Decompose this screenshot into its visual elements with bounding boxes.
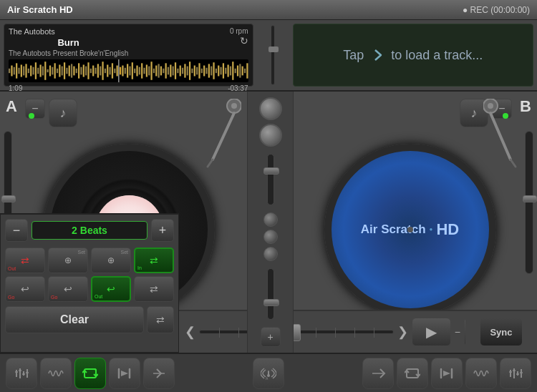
svg-rect-57 — [143, 68, 145, 74]
deck-a-led — [29, 113, 34, 119]
svg-rect-5 — [21, 64, 22, 77]
cf-left-arrow[interactable]: ❮ — [185, 324, 195, 340]
svg-rect-20 — [57, 69, 58, 73]
svg-rect-50 — [127, 64, 128, 77]
crossfader-track[interactable] — [199, 330, 394, 334]
svg-rect-88 — [218, 66, 219, 77]
turntable-b[interactable]: Air Scratch ● HD — [324, 144, 496, 315]
svg-point-110 — [488, 103, 493, 109]
svg-rect-43 — [112, 63, 113, 78]
svg-rect-86 — [213, 62, 214, 79]
cue-btn-left[interactable]: Set — [109, 358, 140, 389]
track-album: The Autobots Present Broke'n'English — [9, 49, 128, 57]
svg-rect-3 — [16, 63, 17, 78]
transition-btn[interactable] — [362, 358, 394, 389]
go-btn-2[interactable]: ↩ Go — [48, 276, 88, 302]
loop-end-btn[interactable]: ⇄ — [147, 306, 174, 333]
svg-rect-19 — [54, 63, 56, 78]
svg-rect-63 — [158, 64, 160, 77]
loop-btn-toolbar[interactable] — [74, 358, 106, 389]
wave-btn-right[interactable] — [465, 358, 497, 389]
title-bar: Air Scratch HD ● REC (00:00:00) — [0, 0, 537, 20]
svg-rect-16 — [47, 69, 49, 72]
speaker-knob-right[interactable] — [259, 124, 282, 147]
hd-text: HD — [436, 220, 459, 239]
svg-rect-94 — [232, 62, 233, 80]
channel-fader-right[interactable] — [267, 268, 274, 320]
svg-rect-99 — [244, 69, 246, 73]
eq-mid-knob[interactable] — [263, 230, 278, 244]
clear-row: Clear ⇄ — [5, 306, 174, 333]
svg-rect-13 — [39, 64, 41, 77]
eq-lo-knob[interactable] — [263, 247, 278, 261]
svg-rect-14 — [42, 67, 44, 76]
loop-icon-toolbar — [82, 367, 98, 380]
tonearm-a — [202, 99, 241, 173]
svg-rect-92 — [228, 64, 229, 77]
cue-grid-row1: ⇄ Out ⊕ Set ⊕ Set ⇄ In — [5, 248, 174, 273]
svg-rect-100 — [246, 63, 248, 78]
wave-btn-left[interactable] — [40, 358, 72, 389]
svg-rect-49 — [125, 68, 126, 74]
svg-rect-38 — [100, 67, 101, 76]
beats-plus-btn[interactable]: + — [151, 219, 174, 242]
broadcast-btn[interactable]: A — [253, 358, 284, 389]
clear-btn[interactable]: Clear — [5, 306, 144, 333]
channel-fader-left-thumb — [263, 167, 279, 175]
rec-indicator: ● REC (00:00:00) — [463, 5, 530, 15]
load-track-hint: Tap to load a track... — [343, 47, 483, 63]
air-scratch-text: Air Scratch — [361, 222, 426, 237]
loop-repeat-btn[interactable]: ⇄ — [134, 276, 174, 302]
play-btn-b[interactable]: ▶ — [412, 318, 451, 346]
svg-rect-82 — [203, 66, 205, 77]
crossfader-container[interactable] — [199, 323, 394, 341]
pitch-fader-b[interactable] — [525, 131, 533, 274]
eq-btn-right[interactable] — [500, 358, 531, 389]
svg-rect-7 — [25, 64, 26, 77]
waveform-display[interactable] — [9, 59, 248, 82]
go-in-btn[interactable]: ↩ Out — [91, 276, 131, 302]
svg-rect-37 — [97, 64, 99, 77]
svg-rect-35 — [92, 66, 94, 77]
beats-minus-btn[interactable]: − — [5, 219, 28, 242]
channel-fader-left[interactable] — [267, 154, 274, 205]
waveform-panel-right[interactable]: Tap to load a track... — [293, 24, 534, 87]
play-icon: ▶ — [426, 323, 437, 340]
plus-btn-mixer[interactable]: + — [261, 327, 281, 347]
go-out-btn[interactable]: ↩ Go — [5, 276, 45, 302]
track-artist: The Autobots — [9, 27, 128, 36]
sync-btn[interactable]: Sync — [480, 318, 523, 346]
svg-rect-61 — [153, 69, 155, 73]
cue-grid-row2: ↩ Go ↩ Go ↩ Out ⇄ — [5, 276, 174, 302]
speaker-knob-left[interactable] — [259, 97, 282, 120]
cf-right-arrow[interactable]: ❯ — [397, 324, 408, 340]
loop-btn-1[interactable]: ⇄ Out — [5, 248, 45, 273]
main-fader[interactable] — [271, 25, 275, 85]
cue-btn-right[interactable] — [431, 358, 463, 389]
svg-rect-69 — [173, 67, 174, 76]
beat-btn-left[interactable] — [143, 358, 175, 389]
set-btn-2[interactable]: ⊕ Set — [91, 248, 131, 273]
set-btn-1[interactable]: ⊕ Set — [48, 248, 88, 273]
eq-btn-left[interactable] — [6, 358, 37, 389]
eq-hi-knob[interactable] — [263, 212, 278, 227]
svg-rect-74 — [184, 64, 185, 77]
spindle-b — [407, 227, 413, 232]
dot-sep: ● — [430, 226, 433, 232]
svg-rect-84 — [208, 64, 210, 77]
transition-icon — [370, 367, 386, 380]
loop-btn-right[interactable] — [397, 358, 428, 389]
svg-rect-78 — [194, 66, 195, 77]
loop-in-btn[interactable]: ⇄ In — [134, 248, 174, 273]
svg-rect-89 — [220, 67, 221, 75]
svg-rect-6 — [23, 67, 24, 76]
svg-rect-36 — [95, 68, 96, 74]
svg-rect-23 — [64, 62, 65, 79]
svg-rect-28 — [76, 69, 77, 73]
svg-rect-17 — [49, 66, 51, 77]
deck-a-music-btn[interactable]: ♪ — [49, 99, 77, 127]
deck-a-label: A — [6, 97, 17, 116]
track-title: Burn — [9, 37, 128, 48]
svg-line-102 — [213, 113, 234, 160]
broadcast-icon: A — [261, 367, 276, 380]
